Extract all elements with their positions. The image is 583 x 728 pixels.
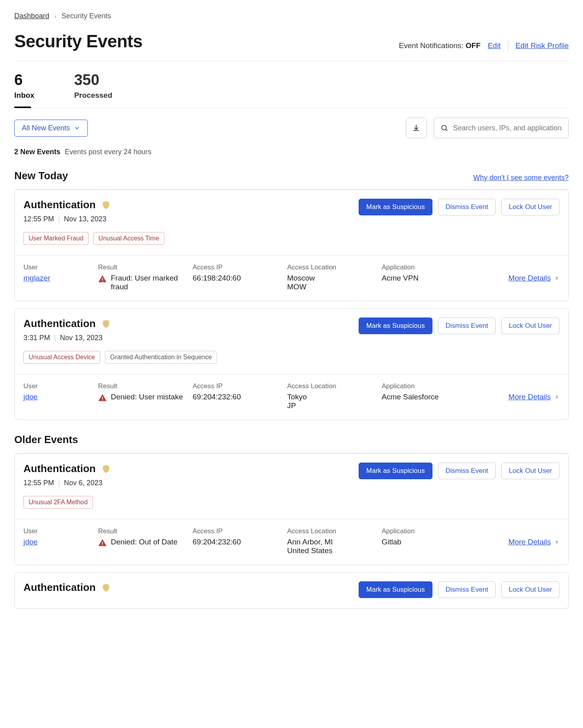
search-icon xyxy=(440,124,448,132)
tab-processed-count: 350 xyxy=(74,72,112,89)
event-location: Moscow MOW xyxy=(287,274,375,291)
warning-icon xyxy=(98,393,107,402)
col-user-label: User xyxy=(23,527,91,535)
breadcrumb-sep-icon: › xyxy=(54,13,56,19)
warning-icon xyxy=(98,275,107,283)
tab-processed[interactable]: 350 Processed xyxy=(74,72,112,108)
event-tag: Granted Authentication in Sequence xyxy=(105,351,217,364)
col-user-label: User xyxy=(23,382,91,390)
event-card: Authentication 3:31 PM Nov 13, 2023 Unus… xyxy=(14,308,569,420)
col-ip-label: Access IP xyxy=(193,382,280,390)
col-result-label: Result xyxy=(98,527,185,535)
event-tags: Unusual 2FA Method xyxy=(23,496,111,509)
dismiss-event-button[interactable]: Dismiss Event xyxy=(438,581,496,598)
event-user-link[interactable]: jdoe xyxy=(23,538,38,546)
dismiss-event-button[interactable]: Dismiss Event xyxy=(438,199,496,215)
shield-icon xyxy=(101,464,111,474)
event-tags: Unusual Access DeviceGranted Authenticat… xyxy=(23,351,217,364)
shield-icon xyxy=(101,200,111,210)
help-missing-events-link[interactable]: Why don't I see some events? xyxy=(473,174,569,182)
post-frequency: Events post every 24 hours xyxy=(65,148,151,156)
header-actions: Event Notifications: OFF Edit Edit Risk … xyxy=(399,40,569,51)
col-application-label: Application xyxy=(382,527,469,535)
lock-out-user-button[interactable]: Lock Out User xyxy=(501,318,560,334)
event-time: 12:55 PM xyxy=(23,215,54,223)
event-date: Nov 13, 2023 xyxy=(64,215,106,223)
edit-notifications-link[interactable]: Edit xyxy=(488,41,501,50)
event-application: Gitlab xyxy=(382,538,469,546)
more-details-link[interactable]: More Details xyxy=(508,393,551,401)
filter-dropdown[interactable]: All New Events xyxy=(14,120,88,137)
event-result: Denied: Out of Date xyxy=(111,538,178,546)
event-title: Authentication xyxy=(23,318,96,330)
mark-suspicious-button[interactable]: Mark as Suspicious xyxy=(359,318,432,334)
svg-rect-7 xyxy=(102,544,103,545)
col-location-label: Access Location xyxy=(287,527,375,535)
event-ip: 69:204:232:60 xyxy=(193,538,280,546)
mark-suspicious-button[interactable]: Mark as Suspicious xyxy=(359,581,432,598)
event-ip: 66:198:240:60 xyxy=(193,274,280,283)
col-application-label: Application xyxy=(382,382,469,390)
tab-processed-label: Processed xyxy=(74,91,112,100)
col-ip-label: Access IP xyxy=(193,527,280,535)
breadcrumb-root[interactable]: Dashboard xyxy=(14,12,49,20)
event-result: Denied: User mistake xyxy=(111,393,183,401)
more-details-link[interactable]: More Details xyxy=(508,538,551,546)
tab-inbox[interactable]: 6 Inbox xyxy=(14,72,35,108)
col-user-label: User xyxy=(23,263,91,271)
section-new-today-title: New Today xyxy=(14,170,68,182)
divider xyxy=(508,40,508,51)
tabs: 6 Inbox 350 Processed xyxy=(14,61,569,108)
event-application: Acme VPN xyxy=(382,274,469,283)
lock-out-user-button[interactable]: Lock Out User xyxy=(501,581,560,598)
divider xyxy=(59,480,59,487)
mark-suspicious-button[interactable]: Mark as Suspicious xyxy=(359,463,432,479)
section-older-events-title: Older Events xyxy=(14,434,78,446)
mark-suspicious-button[interactable]: Mark as Suspicious xyxy=(359,199,432,215)
divider xyxy=(59,216,59,223)
lock-out-user-button[interactable]: Lock Out User xyxy=(501,199,560,215)
svg-line-1 xyxy=(446,130,448,131)
event-title: Authentication xyxy=(23,581,96,594)
shield-icon xyxy=(101,319,111,329)
col-location-label: Access Location xyxy=(287,263,375,271)
chevron-right-icon xyxy=(554,275,560,281)
download-button[interactable] xyxy=(406,118,427,138)
search-box[interactable] xyxy=(434,118,569,138)
page-title: Security Events xyxy=(14,31,143,51)
dismiss-event-button[interactable]: Dismiss Event xyxy=(438,463,496,479)
event-title: Authentication xyxy=(23,463,96,475)
event-tags: User Marked FraudUnusual Access Time xyxy=(23,232,164,245)
warning-icon xyxy=(98,538,107,547)
notifications-label: Event Notifications: xyxy=(399,41,465,50)
svg-rect-5 xyxy=(102,399,103,400)
tab-inbox-label: Inbox xyxy=(14,91,35,100)
filter-label: All New Events xyxy=(22,124,70,132)
col-result-label: Result xyxy=(98,263,185,271)
event-location: Tokyo JP xyxy=(287,393,375,410)
lock-out-user-button[interactable]: Lock Out User xyxy=(501,463,560,479)
event-card: Authentication Mark as Suspicious Dismis… xyxy=(14,572,569,609)
event-date: Nov 6, 2023 xyxy=(64,479,102,487)
event-card: Authentication 12:55 PM Nov 13, 2023 Use… xyxy=(14,190,569,301)
col-location-label: Access Location xyxy=(287,382,375,390)
search-input[interactable] xyxy=(453,124,562,132)
chevron-down-icon xyxy=(74,125,80,131)
event-tag: Unusual Access Device xyxy=(23,351,100,364)
event-result: Fraud: User marked fraud xyxy=(111,274,185,291)
svg-rect-2 xyxy=(102,278,103,280)
col-application-label: Application xyxy=(382,263,469,271)
breadcrumb: Dashboard › Security Events xyxy=(14,12,569,20)
event-time: 12:55 PM xyxy=(23,479,54,487)
events-summary: 2 New Events Events post every 24 hours xyxy=(14,148,569,156)
event-user-link[interactable]: jdoe xyxy=(23,393,38,401)
event-user-link[interactable]: mglazer xyxy=(23,274,50,282)
chevron-right-icon xyxy=(554,539,560,545)
event-title: Authentication xyxy=(23,199,96,211)
dismiss-event-button[interactable]: Dismiss Event xyxy=(438,318,496,334)
svg-rect-3 xyxy=(102,281,103,281)
more-details-link[interactable]: More Details xyxy=(508,274,551,283)
edit-risk-profile-link[interactable]: Edit Risk Profile xyxy=(515,41,569,50)
notifications-status: Event Notifications: OFF xyxy=(399,41,481,50)
event-tag: Unusual Access Time xyxy=(93,232,164,245)
